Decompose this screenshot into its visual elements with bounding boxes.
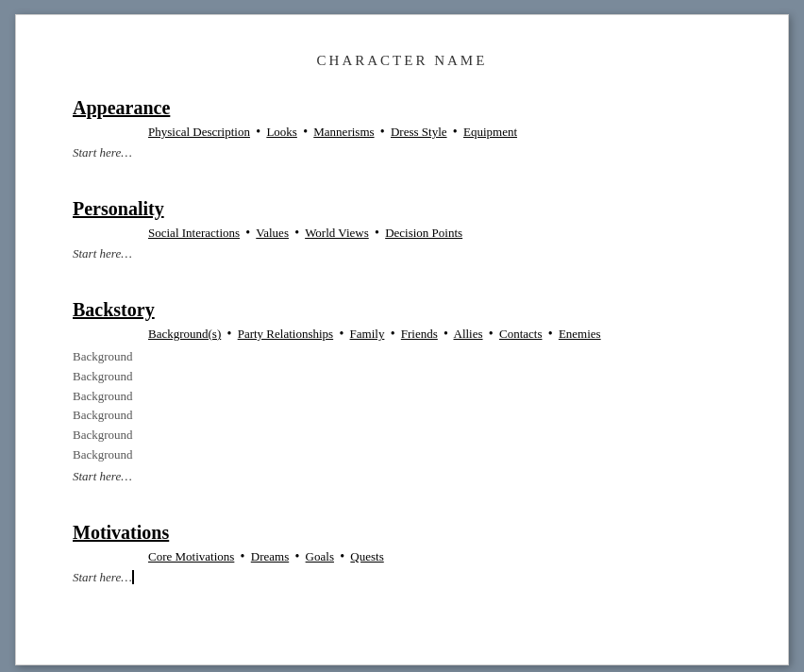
page-title: Character Name — [73, 53, 731, 69]
link-quests[interactable]: Quests — [350, 549, 383, 563]
bullet-14: • — [241, 549, 245, 563]
bullet-5: • — [245, 226, 250, 240]
bullet-8: • — [227, 327, 232, 341]
bg-line-3: Background — [73, 387, 731, 407]
link-contacts[interactable]: Contacts — [499, 327, 543, 341]
link-values[interactable]: Values — [256, 226, 289, 240]
appearance-heading: Appearance — [73, 97, 731, 119]
bullet-10: • — [391, 327, 395, 341]
link-family[interactable]: Family — [350, 327, 385, 341]
bullet-7: • — [375, 226, 379, 240]
section-appearance: Appearance Physical Description • Looks … — [73, 97, 731, 160]
bullet-1: • — [256, 125, 260, 139]
backstory-heading: Backstory — [73, 299, 731, 321]
bg-line-1: Background — [73, 347, 731, 367]
bullet-4: • — [453, 125, 458, 139]
personality-heading: Personality — [73, 198, 731, 220]
link-equipment[interactable]: Equipment — [463, 125, 517, 139]
backstory-links: Background(s) • Party Relationships • Fa… — [148, 327, 731, 342]
background-lines: Background Background Background Backgro… — [73, 347, 731, 465]
link-dress-style[interactable]: Dress Style — [391, 125, 447, 139]
link-physical-description[interactable]: Physical Description — [148, 125, 250, 139]
link-mannerisms[interactable]: Mannerisms — [313, 125, 374, 139]
bg-line-2: Background — [73, 367, 731, 387]
appearance-start-here: Start here… — [73, 145, 731, 160]
link-friends[interactable]: Friends — [401, 327, 438, 341]
link-backgrounds[interactable]: Background(s) — [148, 327, 221, 341]
bullet-12: • — [489, 327, 494, 341]
page-container: Character Name Appearance Physical Descr… — [15, 14, 789, 665]
link-social-interactions[interactable]: Social Interactions — [148, 226, 240, 240]
link-decision-points[interactable]: Decision Points — [385, 226, 462, 240]
appearance-links: Physical Description • Looks • Mannerism… — [148, 125, 731, 140]
link-enemies[interactable]: Enemies — [559, 327, 601, 341]
link-core-motivations[interactable]: Core Motivations — [148, 549, 234, 563]
text-cursor — [132, 570, 134, 584]
link-goals[interactable]: Goals — [306, 549, 334, 563]
bullet-3: • — [380, 125, 385, 139]
motivations-heading: Motivations — [73, 522, 731, 544]
bullet-15: • — [294, 549, 299, 563]
bg-line-5: Background — [73, 426, 731, 445]
link-allies[interactable]: Allies — [454, 327, 483, 341]
backstory-start-here: Start here… — [73, 469, 731, 484]
link-party-relationships[interactable]: Party Relationships — [238, 327, 333, 341]
personality-start-here: Start here… — [73, 246, 731, 261]
motivations-links: Core Motivations • Dreams • Goals • Ques… — [148, 549, 731, 564]
section-backstory: Backstory Background(s) • Party Relation… — [73, 299, 731, 484]
bg-line-4: Background — [73, 406, 731, 426]
bullet-9: • — [339, 327, 343, 341]
bullet-13: • — [548, 327, 553, 341]
bg-line-6: Background — [73, 445, 731, 465]
motivations-start-here: Start here… — [73, 570, 731, 585]
bullet-16: • — [340, 549, 344, 563]
bullet-11: • — [444, 327, 448, 341]
link-looks[interactable]: Looks — [266, 125, 297, 139]
link-dreams[interactable]: Dreams — [251, 549, 289, 563]
link-world-views[interactable]: World Views — [305, 226, 369, 240]
bullet-6: • — [294, 226, 299, 240]
section-motivations: Motivations Core Motivations • Dreams • … — [73, 522, 731, 585]
personality-links: Social Interactions • Values • World Vie… — [148, 226, 731, 241]
section-personality: Personality Social Interactions • Values… — [73, 198, 731, 261]
bullet-2: • — [303, 125, 308, 139]
